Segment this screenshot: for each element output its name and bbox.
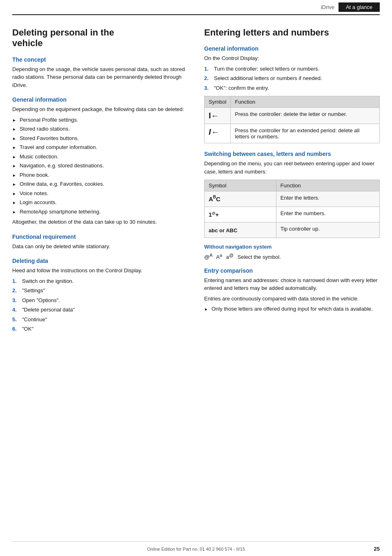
list-item: 1. Turn the controller: select letters o… xyxy=(204,65,380,73)
table-row: abc or ABC Tip controller up. xyxy=(205,222,380,238)
deleting-heading: Deleting data xyxy=(12,258,188,264)
switching-heading: Switching between cases, letters and num… xyxy=(204,151,380,157)
list-item: ►Travel and computer information. xyxy=(12,143,188,151)
list-item: 3. Open "Options". xyxy=(12,296,188,305)
bullet-arrow-icon: ► xyxy=(12,117,16,123)
table-col-function: Function xyxy=(231,96,380,108)
general-info-heading-left: General information xyxy=(12,96,188,103)
table-cell-function: Tip controller up. xyxy=(276,222,379,238)
page-title-left: Deleting personal in the vehicle xyxy=(12,27,188,49)
table-cell-function: Enter the letters. xyxy=(276,191,379,207)
entry-comparison-heading: Entry comparison xyxy=(204,267,380,274)
bullet-arrow-icon: ► xyxy=(12,181,16,187)
bullet-arrow-icon: ► xyxy=(12,172,16,178)
table-col-function: Function xyxy=(276,180,379,191)
general-info-heading-right: General information xyxy=(204,45,380,52)
switching-text: Depending on the menu, you can reel betw… xyxy=(204,160,380,176)
page-footer: Online Edition for Part no. 01 40 2 960 … xyxy=(12,541,380,556)
list-item: ►Online data, e.g. Favorites, cookies. xyxy=(12,180,188,188)
list-item: ►Personal Profile settings. xyxy=(12,116,188,124)
general-info-text-left: Depending on the equipment package, the … xyxy=(12,105,188,113)
list-item: 2. "Settings" xyxy=(12,287,188,295)
list-item: 2. Select additional letters or numbers … xyxy=(204,74,380,82)
table-cell-function: Press the controller: delete the letter … xyxy=(231,108,380,124)
list-item: ►RemoteApp smartphone tethering. xyxy=(12,208,188,216)
table-cell-symbol: I← xyxy=(205,124,231,143)
bullet-arrow-icon: ► xyxy=(12,154,16,160)
table-row: ABC Enter the letters. xyxy=(205,191,380,207)
list-item: ►Voice notes. xyxy=(12,189,188,198)
table-row: I← Press the controller: delete the lett… xyxy=(205,108,380,124)
table-row: 1@+ Enter the numbers. xyxy=(205,207,380,222)
symbol-table-1: Symbol Function I← Press the controller:… xyxy=(204,96,380,143)
entry-comparison-text1: Entering names and addresses: choice is … xyxy=(204,276,380,292)
list-item: 4. "Delete personal data" xyxy=(12,306,188,314)
header-tab-label: At a glance xyxy=(339,2,380,12)
without-nav-heading: Without navigation system xyxy=(204,244,380,250)
bullet-arrow-icon: ► xyxy=(12,200,16,206)
bullet-arrow-icon: ► xyxy=(12,145,16,151)
bullet-list: ►Personal Profile settings. ►Stored radi… xyxy=(12,116,188,216)
concept-heading: The concept xyxy=(12,56,188,63)
bullet-arrow-icon: ► xyxy=(12,209,16,215)
left-column: Deleting personal in the vehicle The con… xyxy=(12,27,188,336)
table-cell-symbol: I← xyxy=(205,108,231,124)
bullet-arrow-icon: ► xyxy=(12,191,16,197)
table-cell-function: Enter the numbers. xyxy=(276,207,379,222)
list-item: ►Navigation, e.g. stored destinations. xyxy=(12,162,188,170)
concept-text: Depending on the usage, the vehicle save… xyxy=(12,65,188,89)
entry-bullet-list: ► Only those letters are offered during … xyxy=(204,305,380,313)
header-idrive-label: iDrive xyxy=(321,4,334,10)
bullet-arrow-icon: ► xyxy=(12,163,16,169)
bullet-arrow-icon: ► xyxy=(204,306,208,312)
table-col-symbol: Symbol xyxy=(205,96,231,108)
footer-text: Online Edition for Part no. 01 40 2 960 … xyxy=(147,547,245,552)
table-row: I← Press the controller for an extended … xyxy=(205,124,380,143)
steps-list: 1. Switch on the ignition. 2. "Settings"… xyxy=(12,277,188,333)
functional-text: Data can only be deleted while stationar… xyxy=(12,242,188,251)
list-item: 5. "Continue" xyxy=(12,316,188,324)
list-item: ►Login accounts. xyxy=(12,198,188,207)
page-header: iDrive At a glance xyxy=(12,0,380,15)
list-item: 1. Switch on the ignition. xyxy=(12,277,188,285)
deleting-text: Heed and follow the instructions on the … xyxy=(12,267,188,275)
list-item: ►Music collection. xyxy=(12,153,188,161)
main-content: Deleting personal in the vehicle The con… xyxy=(0,15,392,352)
page-number: 25 xyxy=(374,546,380,552)
page-title-right: Entering letters and numbers xyxy=(204,27,380,38)
entry-comparison-text2: Entries are continuously compared with d… xyxy=(204,295,380,303)
bullet-arrow-icon: ► xyxy=(12,136,16,142)
without-nav-symbols: @A Aa a@ Select the symbol. xyxy=(204,252,380,260)
list-item: ►Stored Favorites buttons. xyxy=(12,134,188,142)
list-item: 3. "OK": confirm the entry. xyxy=(204,84,380,92)
table-cell-symbol: ABC xyxy=(205,191,276,207)
table-cell-symbol: abc or ABC xyxy=(205,222,276,238)
general-info-intro: On the Control Display: xyxy=(204,54,380,62)
table-cell-function: Press the controller for an extended per… xyxy=(231,124,380,143)
functional-heading: Functional requirement xyxy=(12,234,188,240)
right-steps-list: 1. Turn the controller: select letters o… xyxy=(204,65,380,92)
symbol-table-2: Symbol Function ABC Enter the letters. 1… xyxy=(204,180,380,238)
list-item: 6. "OK" xyxy=(12,325,188,333)
general-info-footer: Altogether, the deletion of the data can… xyxy=(12,218,188,226)
table-col-symbol: Symbol xyxy=(205,180,276,191)
table-cell-symbol: 1@+ xyxy=(205,207,276,222)
list-item: ►Stored radio stations. xyxy=(12,125,188,133)
list-item: ► Only those letters are offered during … xyxy=(204,305,380,313)
list-item: ►Phone book. xyxy=(12,171,188,179)
right-column: Entering letters and numbers General inf… xyxy=(204,27,380,336)
bullet-arrow-icon: ► xyxy=(12,126,16,132)
